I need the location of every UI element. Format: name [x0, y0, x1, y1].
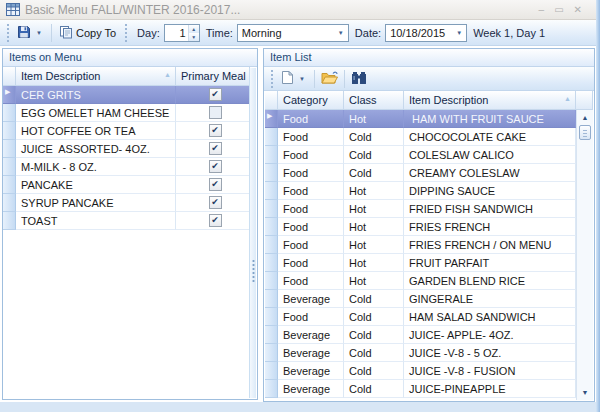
category-cell: Food [278, 164, 344, 182]
table-row[interactable]: BeverageColdGINGERALE [265, 290, 576, 308]
time-dropdown[interactable]: Morning ▼ [237, 24, 349, 42]
table-row[interactable]: BeverageColdJUICE-PINEAPPLE [265, 380, 576, 398]
day-value[interactable]: 1 [165, 25, 188, 41]
table-row[interactable]: FoodColdCREAMY COLESLAW [265, 164, 576, 182]
table-row[interactable]: FoodHotFRIED FISH SANDWICH [265, 200, 576, 218]
main-toolbar: ▼ Copy To Day: 1 ▲ ▼ Time: Morning [0, 20, 596, 46]
primary-meal-checkbox[interactable]: ✔ [209, 160, 222, 173]
table-row[interactable]: FoodColdCOLESLAW CALICO [265, 146, 576, 164]
item-description-cell: JUICE- APPLE- 4OZ. [404, 326, 576, 344]
open-button[interactable] [318, 69, 341, 89]
class-cell: Cold [344, 326, 404, 344]
category-cell: Food [278, 218, 344, 236]
minimize-button[interactable]: – [539, 1, 545, 19]
primary-meal-checkbox[interactable]: ✔ [209, 124, 222, 137]
vertical-scrollbar[interactable]: ▲ ▼ [576, 110, 593, 400]
left-grid-header: Item Description ▲ Primary Meal [3, 67, 257, 86]
category-cell: Food [278, 308, 344, 326]
row-indicator [3, 122, 16, 140]
item-description-cell: PANCAKE [16, 176, 176, 194]
titlebar[interactable]: Basic Menu FALL/WINTER 2016-2017... – ▭ … [0, 0, 600, 20]
scrollbar-grip-dots[interactable] [252, 259, 255, 283]
new-item-dropdown-arrow[interactable]: ▼ [297, 76, 307, 82]
app-icon [6, 3, 21, 16]
table-row[interactable]: FoodHotFRIES FRENCH [265, 218, 576, 236]
primary-meal-checkbox[interactable]: ✔ [209, 88, 222, 101]
category-cell: Food [278, 200, 344, 218]
app-window: Basic Menu FALL/WINTER 2016-2017... – ▭ … [0, 0, 600, 412]
copy-to-button[interactable]: Copy To [55, 22, 120, 43]
row-indicator [3, 158, 16, 176]
row-indicator [265, 272, 278, 290]
table-row[interactable]: FoodColdHAM SALAD SANDWICH [265, 308, 576, 326]
scrollbar-thumb[interactable] [579, 125, 591, 140]
table-row[interactable]: TOAST✔ [3, 212, 257, 230]
column-header-category[interactable]: Category [278, 91, 344, 110]
find-button[interactable] [348, 69, 370, 89]
primary-meal-checkbox[interactable]: ✔ [209, 142, 222, 155]
day-spin-up[interactable]: ▲ [189, 25, 199, 33]
primary-meal-checkbox[interactable]: ✔ [209, 178, 222, 191]
column-header-item-description[interactable]: Item Description ▲ [404, 91, 576, 110]
items-on-menu-table: ▶CER GRITS✔EGG OMELET HAM CHEESEHOT COFF… [3, 86, 257, 230]
primary-meal-checkbox[interactable]: ✔ [209, 214, 222, 227]
primary-meal-cell: ✔ [176, 176, 250, 194]
save-button[interactable]: ▼ [13, 22, 48, 43]
row-indicator [3, 194, 16, 212]
column-header-item-description[interactable]: Item Description ▲ [16, 67, 176, 86]
date-dropdown-arrow[interactable]: ▼ [452, 30, 466, 36]
table-row[interactable]: M-MILK - 8 OZ.✔ [3, 158, 257, 176]
class-cell: Hot [344, 110, 404, 128]
content-area: Items on Menu Item Description ▲ Primary… [0, 46, 596, 402]
table-row[interactable]: ▶FoodHot HAM WITH FRUIT SAUCE [265, 110, 576, 128]
table-row[interactable]: BeverageColdJUICE- APPLE- 4OZ. [265, 326, 576, 344]
category-cell: Food [278, 182, 344, 200]
table-row[interactable]: BeverageColdJUICE -V-8 - FUSION [265, 362, 576, 380]
class-cell: Cold [344, 146, 404, 164]
table-row[interactable]: FoodHotGARDEN BLEND RICE [265, 272, 576, 290]
item-description-cell: GARDEN BLEND RICE [404, 272, 576, 290]
class-cell: Hot [344, 236, 404, 254]
class-cell: Cold [344, 290, 404, 308]
item-description-cell: GINGERALE [404, 290, 576, 308]
save-dropdown-arrow[interactable]: ▼ [34, 30, 44, 36]
toolbar-grip[interactable] [5, 24, 10, 42]
table-row[interactable]: HOT COFFEE OR TEA✔ [3, 122, 257, 140]
close-button[interactable]: ✕ [574, 1, 582, 19]
column-header-primary-meal[interactable]: Primary Meal [176, 67, 250, 86]
primary-meal-checkbox[interactable] [209, 106, 222, 119]
date-picker[interactable]: 10/18/2015 ▼ [385, 24, 467, 42]
row-indicator [265, 164, 278, 182]
column-header-class[interactable]: Class [344, 91, 404, 110]
new-item-button[interactable]: ▼ [277, 68, 311, 89]
maximize-button[interactable]: ▭ [554, 1, 563, 19]
time-dropdown-arrow[interactable]: ▼ [334, 30, 348, 36]
toolbar-grip[interactable] [269, 70, 274, 88]
primary-meal-checkbox[interactable]: ✔ [209, 196, 222, 209]
table-row[interactable]: FoodColdCHOCOCOLATE CAKE [265, 128, 576, 146]
toolbar-grip[interactable] [123, 24, 128, 42]
table-row[interactable]: JUICE ASSORTED- 4OZ.✔ [3, 140, 257, 158]
day-label: Day: [137, 27, 160, 39]
scroll-down-button[interactable]: ▼ [577, 385, 593, 400]
copy-icon [59, 25, 73, 41]
table-row[interactable]: SYRUP PANCAKE✔ [3, 194, 257, 212]
row-indicator [3, 212, 16, 230]
table-row[interactable]: EGG OMELET HAM CHEESE [3, 104, 257, 122]
time-label: Time: [206, 27, 233, 39]
day-spin-down[interactable]: ▼ [189, 33, 199, 41]
category-cell: Food [278, 110, 344, 128]
week-day-label: Week 1, Day 1 [473, 27, 545, 39]
window-title: Basic Menu FALL/WINTER 2016-2017... [25, 3, 539, 17]
day-spinner[interactable]: 1 ▲ ▼ [164, 24, 200, 42]
table-row[interactable]: FoodHotFRIES FRENCH / ON MENU [265, 236, 576, 254]
table-row[interactable]: BeverageColdJUICE -V-8 - 5 OZ. [265, 344, 576, 362]
table-row[interactable]: PANCAKE✔ [3, 176, 257, 194]
scroll-up-button[interactable]: ▲ [577, 110, 593, 125]
table-row[interactable]: FoodHotDIPPING SAUCE [265, 182, 576, 200]
item-description-cell: FRIES FRENCH [404, 218, 576, 236]
row-indicator [265, 254, 278, 272]
table-row[interactable]: FoodHotFRUIT PARFAIT [265, 254, 576, 272]
left-panel-scrollbar[interactable] [249, 68, 256, 398]
table-row[interactable]: ▶CER GRITS✔ [3, 86, 257, 104]
